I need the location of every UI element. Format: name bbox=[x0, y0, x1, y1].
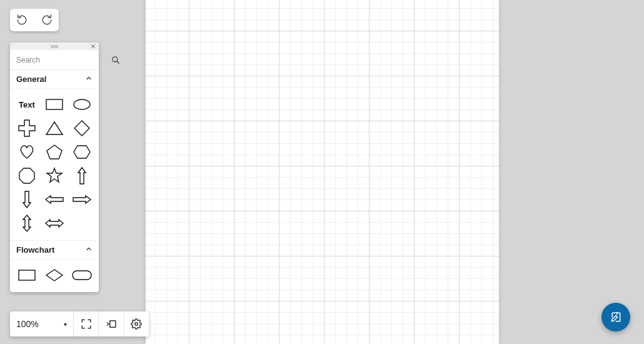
svg-marker-10 bbox=[74, 146, 90, 158]
shapes-panel: ııııı General Text bbox=[10, 43, 99, 292]
svg-marker-20 bbox=[46, 270, 63, 281]
svg-marker-7 bbox=[46, 122, 63, 134]
search-row bbox=[10, 50, 99, 70]
close-icon bbox=[91, 44, 96, 49]
fullscreen-button[interactable] bbox=[74, 311, 99, 336]
shape-diamond[interactable] bbox=[69, 118, 95, 139]
svg-marker-18 bbox=[46, 220, 63, 227]
redo-icon bbox=[41, 14, 53, 26]
shape-empty bbox=[69, 213, 95, 234]
svg-rect-19 bbox=[19, 270, 35, 280]
svg-marker-9 bbox=[47, 145, 62, 159]
svg-rect-21 bbox=[73, 271, 91, 280]
svg-marker-11 bbox=[19, 168, 34, 183]
svg-marker-12 bbox=[47, 168, 62, 182]
svg-marker-16 bbox=[73, 196, 91, 203]
svg-point-23 bbox=[135, 323, 138, 326]
section-title: Flowchart bbox=[16, 245, 54, 255]
shape-arrow-updown[interactable] bbox=[14, 213, 40, 234]
zoom-value: 100% bbox=[16, 319, 39, 329]
svg-marker-13 bbox=[78, 168, 86, 184]
search-input[interactable] bbox=[15, 55, 111, 65]
undo-redo-toolbar bbox=[10, 9, 59, 31]
section-header-flowchart[interactable]: Flowchart bbox=[10, 241, 99, 260]
svg-marker-17 bbox=[23, 215, 31, 231]
svg-rect-22 bbox=[110, 321, 116, 328]
shape-arrow-left[interactable] bbox=[41, 189, 68, 210]
shape-triangle[interactable] bbox=[41, 118, 68, 139]
shape-arrow-down[interactable] bbox=[14, 189, 40, 210]
edit-note-icon bbox=[610, 311, 622, 323]
shape-flow-terminator[interactable] bbox=[69, 265, 95, 286]
close-panel-button[interactable] bbox=[89, 43, 97, 50]
shape-flow-decision[interactable] bbox=[41, 265, 68, 286]
shape-rectangle[interactable] bbox=[41, 94, 68, 115]
edit-fab[interactable] bbox=[601, 303, 630, 331]
svg-marker-15 bbox=[46, 196, 63, 203]
status-toolbar: 100% ▾ bbox=[10, 311, 149, 336]
gear-icon bbox=[131, 318, 142, 330]
chevron-up-icon bbox=[85, 74, 93, 84]
shape-heart[interactable] bbox=[14, 141, 40, 163]
caret-down-icon: ▾ bbox=[64, 321, 67, 328]
panel-drag-header[interactable]: ııııı bbox=[10, 43, 99, 50]
fullscreen-icon bbox=[81, 318, 92, 330]
shape-flow-process[interactable] bbox=[14, 265, 40, 286]
shape-pentagon[interactable] bbox=[41, 141, 68, 163]
zoom-select[interactable]: 100% ▾ bbox=[10, 311, 74, 336]
svg-marker-14 bbox=[23, 191, 31, 208]
svg-point-5 bbox=[74, 99, 90, 109]
section-header-general[interactable]: General bbox=[10, 70, 99, 89]
undo-button[interactable] bbox=[13, 11, 31, 29]
svg-marker-6 bbox=[19, 120, 35, 136]
svg-rect-4 bbox=[46, 99, 63, 109]
svg-marker-8 bbox=[74, 121, 89, 136]
shape-octagon[interactable] bbox=[14, 165, 40, 186]
fit-page-button[interactable] bbox=[99, 311, 124, 336]
svg-line-3 bbox=[117, 61, 119, 63]
shape-cross[interactable] bbox=[14, 118, 40, 139]
shape-hexagon[interactable] bbox=[69, 141, 95, 163]
section-title: General bbox=[16, 74, 46, 84]
shape-ellipse[interactable] bbox=[69, 94, 95, 115]
undo-icon bbox=[16, 14, 28, 26]
shape-arrow-up[interactable] bbox=[69, 165, 95, 186]
shape-arrow-leftright[interactable] bbox=[41, 213, 68, 234]
chevron-up-icon bbox=[85, 245, 93, 255]
shape-text[interactable]: Text bbox=[14, 94, 40, 115]
general-shapes-grid: Text bbox=[10, 89, 99, 241]
redo-button[interactable] bbox=[38, 11, 56, 29]
shape-arrow-right[interactable] bbox=[69, 189, 95, 210]
settings-button[interactable] bbox=[124, 311, 149, 336]
fit-page-icon bbox=[106, 318, 117, 330]
flowchart-shapes-grid bbox=[10, 260, 99, 292]
search-icon[interactable] bbox=[111, 55, 120, 65]
grip-icon: ııııı bbox=[51, 43, 59, 49]
shape-star[interactable] bbox=[41, 165, 68, 186]
drawing-canvas[interactable] bbox=[146, 0, 499, 344]
